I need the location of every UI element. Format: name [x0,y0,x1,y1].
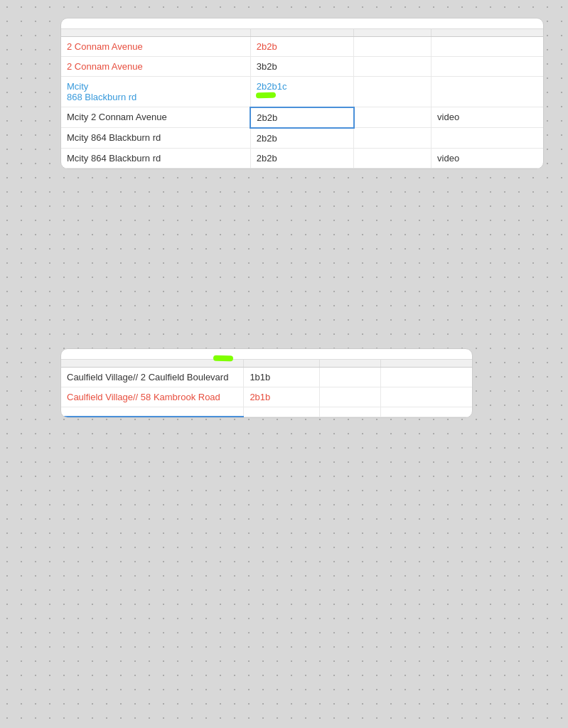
table-row: Caulfield Village// 58 Kambrook Road2b1b [61,387,472,407]
link-cell[interactable]: video [432,148,543,168]
link-cell[interactable]: video [432,107,543,128]
clayton-header-row [61,29,543,37]
building-cell[interactable]: Mcity 864 Blackburn rd [61,148,250,168]
cf-building-cell[interactable]: Caulfield Village// 58 Kambrook Road [61,387,244,407]
cf-type-cell[interactable]: 2b1b [244,387,320,407]
carpark-cell[interactable] [354,57,432,77]
caulfield-title [61,349,472,360]
cf-col-type [244,360,320,368]
building-cell[interactable]: 2 Connam Avenue [61,57,250,77]
link-cell[interactable] [432,77,543,107]
link-cell[interactable] [432,57,543,77]
building-cell[interactable]: 2 Connam Avenue [61,37,250,57]
building-cell[interactable]: Mcity868 Blackburn rd [61,77,250,107]
type-cell[interactable]: 2b2b [250,37,353,57]
table-row: Mcity868 Blackburn rd2b2b1c [61,77,543,107]
carpark-cell[interactable] [354,37,432,57]
col-type [250,29,353,37]
carpark-cell[interactable] [354,107,432,128]
caulfield-card: Caulfield Village// 2 Caulfield Boulevar… [60,348,473,418]
col-carpark [354,29,432,37]
table-row: Mcity 864 Blackburn rd2b2b [61,128,543,149]
cf-park-cell[interactable] [320,387,381,407]
caulfield-header-row [61,360,472,368]
carpark-cell[interactable] [354,148,432,168]
table-row: Mcity 2 Connam Avenue2b2bvideo [61,107,543,128]
caulfield-sticker [213,355,233,361]
caulfield-table: Caulfield Village// 2 Caulfield Boulevar… [61,360,472,417]
table-row: 2 Connam Avenue2b2b [61,37,543,57]
building-cell[interactable]: Mcity 864 Blackburn rd [61,128,250,149]
clayton-title [61,18,543,29]
table-row [61,407,472,417]
cf-type-cell[interactable]: 1b1b [244,368,320,387]
col-link [432,29,543,37]
cf-link-cell[interactable] [381,368,472,387]
type-cell[interactable]: 3b2b [250,57,353,77]
clayton-table: 2 Connam Avenue2b2b2 Connam Avenue3b2bMc… [61,29,543,168]
clayton-card: 2 Connam Avenue2b2b2 Connam Avenue3b2bMc… [60,18,544,169]
cf-park-cell[interactable] [320,368,381,387]
link-cell[interactable] [432,128,543,149]
clayton-sticker [256,92,276,99]
table-row: Caulfield Village// 2 Caulfield Boulevar… [61,368,472,387]
cf-building-cell[interactable]: Caulfield Village// 2 Caulfield Boulevar… [61,368,244,387]
cf-col-link [381,360,472,368]
cf-col-park [320,360,381,368]
cf-link-cell[interactable] [381,387,472,407]
carpark-cell[interactable] [354,128,432,149]
col-building [61,29,250,37]
cf-building-cell[interactable] [61,407,244,417]
cf-link-cell[interactable] [381,407,472,417]
type-cell[interactable]: 2b2b [250,107,353,128]
cf-type-cell[interactable] [244,407,320,417]
table-row: 2 Connam Avenue3b2b [61,57,543,77]
table-row: Mcity 864 Blackburn rd2b2bvideo [61,148,543,168]
link-cell[interactable] [432,37,543,57]
building-cell[interactable]: Mcity 2 Connam Avenue [61,107,250,128]
carpark-cell[interactable] [354,77,432,107]
cf-park-cell[interactable] [320,407,381,417]
type-cell[interactable]: 2b2b [250,128,353,149]
type-cell[interactable]: 2b2b [250,148,353,168]
